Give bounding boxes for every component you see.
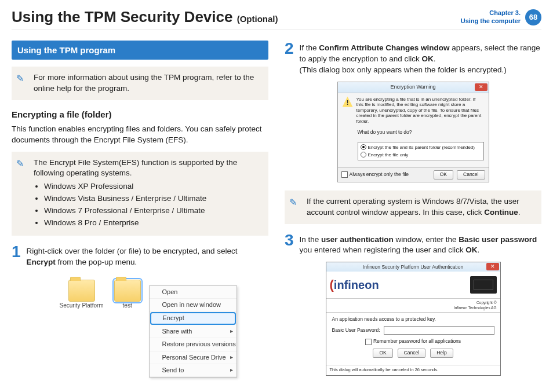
checkbox-icon [341,171,348,178]
page-title: Using the TPM Security Device (Optional) [12,8,278,26]
step-2: 2 If the Confirm Attribute Changes windo… [285,41,541,76]
note1-text: For more information about using the TPM… [34,73,254,93]
step-1: 1 Right-click over the folder (or file) … [12,244,268,268]
radio-group: Encrypt the file and its parent folder (… [358,142,484,160]
info-note-2: ✎ The Encrypt File System(EFS) function … [12,152,268,236]
step-number: 3 [285,232,294,257]
menu-item-new-window[interactable]: Open in new window [150,299,237,312]
section-title: Using the TPM program [12,41,268,60]
dialog-encryption-warning: Encryption Warning ✕ You are encrypting … [337,82,489,182]
figure-context-menu: Security Platform test Open Open in new … [56,274,224,327]
copyright: Copyright © Infineon Technologies AG [326,299,500,312]
title-optional: (Optional) [237,14,278,24]
auth-footer: This dialog will automatically be cancel… [326,365,500,375]
close-icon[interactable]: ✕ [475,83,487,91]
step-number: 2 [285,41,294,76]
folder-label: Security Platform [60,302,104,310]
page-number: 68 [525,9,541,25]
step-3: 3 In the user authentication window, ent… [285,232,541,257]
warning-icon [343,97,353,107]
dialog-user-authentication: Infineon Security Platform User Authenti… [326,262,501,375]
os-item: Windows XP Professional [44,181,261,192]
folder-item-selected[interactable]: test [114,280,141,310]
step2-note: (This dialog box only appears when the f… [300,65,541,76]
chapter-line1: Chapter 3. [461,9,521,17]
encrypt-desc: This function enables encrypting files a… [12,124,268,146]
auth-message: An application needs access to a protect… [332,316,494,323]
radio-icon [361,152,366,157]
os-item: Windows 7 Professional / Enterprise / Ul… [44,206,261,217]
checkbox-icon [365,339,372,345]
folder-icon [68,280,95,302]
note-icon: ✎ [16,72,24,85]
folder-item[interactable]: Security Platform [60,280,104,310]
step-text: In the user authentication window, enter… [300,232,541,257]
column-right: 2 If the Confirm Attribute Changes windo… [285,41,541,376]
folder-label: test [123,302,132,310]
chapter-info: Chapter 3. Using the computer 68 [461,9,541,25]
chapter-line2: Using the computer [461,17,521,25]
os-item: Windows 8 Pro / Enterprise [44,218,261,229]
info-note-3: ✎ If the current operating system is Win… [285,190,541,224]
cancel-button[interactable]: Cancel [398,349,425,358]
os-list: Windows XP Professional Windows Vista Bu… [34,181,261,229]
radio-icon [361,144,366,150]
context-menu: Open Open in new window Encrypt Share wi… [149,285,237,378]
chip-icon [470,276,497,294]
note-icon: ✎ [16,157,24,170]
dialog-question: What do you want to do? [358,129,484,136]
dialog-titlebar: Encryption Warning ✕ [338,82,489,93]
page-header: Using the TPM Security Device (Optional)… [12,8,541,30]
step-text: If the Confirm Attribute Changes window … [300,41,541,76]
warning-message: You are encrypting a file that is in an … [356,97,484,124]
step-text: Right-click over the folder (or file) to… [27,244,268,268]
menu-item-open[interactable]: Open [150,286,237,299]
note2-intro: The Encrypt File System(EFS) function is… [34,157,261,179]
step-number: 1 [12,244,21,268]
help-button[interactable]: Help [430,349,453,358]
dialog-title-text: Encryption Warning [390,83,435,91]
brand-logo: (infineon [330,276,379,294]
ok-button[interactable]: OK [434,170,453,179]
password-input[interactable] [384,326,494,335]
close-icon[interactable]: ✕ [486,263,499,270]
info-note-1: ✎ For more information about using the T… [12,67,268,100]
cancel-button[interactable]: Cancel [457,170,485,179]
subhead-encrypt: Encrypting a file (folder) [12,108,268,120]
note-icon: ✎ [289,196,297,209]
brand-swirl-icon: ( [330,277,334,292]
ok-button[interactable]: OK [373,349,392,358]
column-left: Using the TPM program ✎ For more informa… [12,41,268,376]
dialog-title-text: Infineon Security Platform User Authenti… [363,264,463,270]
radio-option-recommended[interactable]: Encrypt the file and its parent folder (… [361,144,481,151]
os-item: Windows Vista Business / Enterprise / Ul… [44,193,261,204]
menu-item-encrypt[interactable]: Encrypt [150,312,236,324]
menu-item-psd[interactable]: Personal Secure Drive [150,351,237,364]
checkbox-always-encrypt[interactable]: Always encrypt only the file [341,171,409,178]
radio-option-file-only[interactable]: Encrypt the file only [361,151,481,159]
dialog-titlebar: Infineon Security Platform User Authenti… [326,262,500,272]
title-main: Using the TPM Security Device [12,8,232,25]
menu-item-restore[interactable]: Restore previous versions [150,338,237,351]
menu-item-sendto[interactable]: Send to [150,364,237,377]
menu-item-share[interactable]: Share with [150,325,237,338]
checkbox-remember[interactable]: Remember password for all applications [332,338,494,345]
folder-icon [114,280,141,302]
password-label: Basic User Password: [332,327,380,334]
